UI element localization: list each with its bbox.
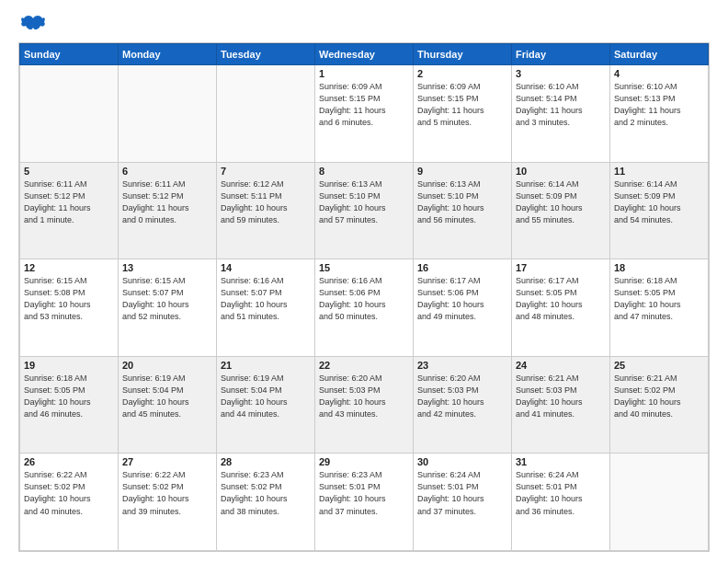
table-row: 17Sunrise: 6:17 AM Sunset: 5:05 PM Dayli… bbox=[512, 259, 610, 357]
table-row: 20Sunrise: 6:19 AM Sunset: 5:04 PM Dayli… bbox=[119, 356, 217, 454]
day-number: 28 bbox=[221, 456, 311, 467]
day-info: Sunrise: 6:14 AM Sunset: 5:09 PM Dayligh… bbox=[614, 178, 704, 226]
day-info: Sunrise: 6:18 AM Sunset: 5:05 PM Dayligh… bbox=[614, 275, 704, 323]
day-number: 17 bbox=[516, 262, 606, 273]
calendar-week-2: 5Sunrise: 6:11 AM Sunset: 5:12 PM Daylig… bbox=[20, 162, 709, 259]
day-number: 8 bbox=[319, 166, 409, 177]
day-number: 12 bbox=[24, 262, 114, 273]
calendar-body: 1Sunrise: 6:09 AM Sunset: 5:15 PM Daylig… bbox=[20, 65, 709, 551]
logo-bird-icon bbox=[20, 15, 46, 35]
day-info: Sunrise: 6:19 AM Sunset: 5:04 PM Dayligh… bbox=[122, 373, 212, 420]
col-tuesday: Tuesday bbox=[217, 44, 315, 65]
col-thursday: Thursday bbox=[414, 44, 512, 65]
table-row: 23Sunrise: 6:20 AM Sunset: 5:03 PM Dayli… bbox=[414, 356, 512, 454]
day-number: 26 bbox=[24, 456, 114, 467]
days-of-week-row: Sunday Monday Tuesday Wednesday Thursday… bbox=[20, 44, 709, 65]
day-info: Sunrise: 6:19 AM Sunset: 5:04 PM Dayligh… bbox=[221, 373, 311, 420]
table-row: 8Sunrise: 6:13 AM Sunset: 5:10 PM Daylig… bbox=[315, 162, 414, 259]
day-info: Sunrise: 6:15 AM Sunset: 5:08 PM Dayligh… bbox=[24, 275, 114, 323]
day-number: 14 bbox=[221, 262, 311, 273]
day-number: 18 bbox=[614, 262, 704, 273]
table-row: 26Sunrise: 6:22 AM Sunset: 5:02 PM Dayli… bbox=[20, 454, 119, 551]
day-info: Sunrise: 6:17 AM Sunset: 5:05 PM Dayligh… bbox=[516, 275, 606, 323]
table-row: 29Sunrise: 6:23 AM Sunset: 5:01 PM Dayli… bbox=[315, 454, 414, 551]
day-number: 11 bbox=[614, 166, 704, 177]
day-info: Sunrise: 6:10 AM Sunset: 5:13 PM Dayligh… bbox=[614, 81, 704, 129]
day-info: Sunrise: 6:22 AM Sunset: 5:02 PM Dayligh… bbox=[24, 469, 114, 517]
day-number: 30 bbox=[417, 456, 507, 467]
day-info: Sunrise: 6:15 AM Sunset: 5:07 PM Dayligh… bbox=[122, 275, 212, 323]
day-number: 20 bbox=[122, 360, 212, 371]
col-wednesday: Wednesday bbox=[315, 44, 414, 65]
day-info: Sunrise: 6:17 AM Sunset: 5:06 PM Dayligh… bbox=[417, 275, 507, 323]
day-number: 7 bbox=[221, 166, 311, 177]
table-row bbox=[20, 65, 119, 163]
table-row: 21Sunrise: 6:19 AM Sunset: 5:04 PM Dayli… bbox=[217, 356, 315, 454]
day-number: 2 bbox=[417, 68, 507, 79]
day-number: 6 bbox=[122, 166, 212, 177]
table-row: 13Sunrise: 6:15 AM Sunset: 5:07 PM Dayli… bbox=[119, 259, 217, 357]
table-row bbox=[610, 454, 709, 551]
day-number: 16 bbox=[417, 262, 507, 273]
day-info: Sunrise: 6:24 AM Sunset: 5:01 PM Dayligh… bbox=[516, 469, 606, 517]
day-number: 13 bbox=[122, 262, 212, 273]
table-row bbox=[119, 65, 217, 163]
day-info: Sunrise: 6:23 AM Sunset: 5:02 PM Dayligh… bbox=[221, 469, 311, 517]
table-row: 16Sunrise: 6:17 AM Sunset: 5:06 PM Dayli… bbox=[414, 259, 512, 357]
table-row: 3Sunrise: 6:10 AM Sunset: 5:14 PM Daylig… bbox=[512, 65, 610, 163]
table-row: 11Sunrise: 6:14 AM Sunset: 5:09 PM Dayli… bbox=[610, 162, 709, 259]
table-row: 9Sunrise: 6:13 AM Sunset: 5:10 PM Daylig… bbox=[414, 162, 512, 259]
logo bbox=[18, 15, 46, 35]
day-number: 15 bbox=[319, 262, 409, 273]
day-info: Sunrise: 6:10 AM Sunset: 5:14 PM Dayligh… bbox=[516, 81, 606, 129]
table-row: 12Sunrise: 6:15 AM Sunset: 5:08 PM Dayli… bbox=[20, 259, 119, 357]
day-info: Sunrise: 6:12 AM Sunset: 5:11 PM Dayligh… bbox=[221, 178, 311, 226]
calendar-week-5: 26Sunrise: 6:22 AM Sunset: 5:02 PM Dayli… bbox=[20, 454, 709, 551]
header bbox=[18, 15, 710, 35]
day-info: Sunrise: 6:11 AM Sunset: 5:12 PM Dayligh… bbox=[122, 178, 212, 226]
table-row bbox=[217, 65, 315, 163]
day-info: Sunrise: 6:21 AM Sunset: 5:03 PM Dayligh… bbox=[516, 373, 606, 420]
day-info: Sunrise: 6:09 AM Sunset: 5:15 PM Dayligh… bbox=[319, 81, 409, 129]
day-info: Sunrise: 6:16 AM Sunset: 5:07 PM Dayligh… bbox=[221, 275, 311, 323]
calendar-week-1: 1Sunrise: 6:09 AM Sunset: 5:15 PM Daylig… bbox=[20, 65, 709, 163]
table-row: 6Sunrise: 6:11 AM Sunset: 5:12 PM Daylig… bbox=[119, 162, 217, 259]
day-number: 19 bbox=[24, 360, 114, 371]
table-row: 19Sunrise: 6:18 AM Sunset: 5:05 PM Dayli… bbox=[20, 356, 119, 454]
day-number: 29 bbox=[319, 456, 409, 467]
table-row: 18Sunrise: 6:18 AM Sunset: 5:05 PM Dayli… bbox=[610, 259, 709, 357]
day-info: Sunrise: 6:21 AM Sunset: 5:02 PM Dayligh… bbox=[614, 373, 704, 420]
col-monday: Monday bbox=[119, 44, 217, 65]
table-row: 15Sunrise: 6:16 AM Sunset: 5:06 PM Dayli… bbox=[315, 259, 414, 357]
table-row: 1Sunrise: 6:09 AM Sunset: 5:15 PM Daylig… bbox=[315, 65, 414, 163]
day-info: Sunrise: 6:22 AM Sunset: 5:02 PM Dayligh… bbox=[122, 469, 212, 517]
col-friday: Friday bbox=[512, 44, 610, 65]
day-number: 21 bbox=[221, 360, 311, 371]
day-info: Sunrise: 6:18 AM Sunset: 5:05 PM Dayligh… bbox=[24, 373, 114, 420]
col-saturday: Saturday bbox=[610, 44, 709, 65]
table-row: 4Sunrise: 6:10 AM Sunset: 5:13 PM Daylig… bbox=[610, 65, 709, 163]
col-sunday: Sunday bbox=[20, 44, 119, 65]
day-info: Sunrise: 6:13 AM Sunset: 5:10 PM Dayligh… bbox=[319, 178, 409, 226]
page: Sunday Monday Tuesday Wednesday Thursday… bbox=[0, 0, 728, 563]
day-number: 24 bbox=[516, 360, 606, 371]
calendar: Sunday Monday Tuesday Wednesday Thursday… bbox=[18, 42, 710, 552]
day-info: Sunrise: 6:20 AM Sunset: 5:03 PM Dayligh… bbox=[417, 373, 507, 420]
day-info: Sunrise: 6:14 AM Sunset: 5:09 PM Dayligh… bbox=[516, 178, 606, 226]
day-number: 27 bbox=[122, 456, 212, 467]
table-row: 5Sunrise: 6:11 AM Sunset: 5:12 PM Daylig… bbox=[20, 162, 119, 259]
day-number: 31 bbox=[516, 456, 606, 467]
day-number: 4 bbox=[614, 68, 704, 79]
table-row: 22Sunrise: 6:20 AM Sunset: 5:03 PM Dayli… bbox=[315, 356, 414, 454]
day-info: Sunrise: 6:13 AM Sunset: 5:10 PM Dayligh… bbox=[417, 178, 507, 226]
day-number: 9 bbox=[417, 166, 507, 177]
table-row: 14Sunrise: 6:16 AM Sunset: 5:07 PM Dayli… bbox=[217, 259, 315, 357]
day-number: 23 bbox=[417, 360, 507, 371]
day-info: Sunrise: 6:20 AM Sunset: 5:03 PM Dayligh… bbox=[319, 373, 409, 420]
table-row: 31Sunrise: 6:24 AM Sunset: 5:01 PM Dayli… bbox=[512, 454, 610, 551]
table-row: 24Sunrise: 6:21 AM Sunset: 5:03 PM Dayli… bbox=[512, 356, 610, 454]
table-row: 25Sunrise: 6:21 AM Sunset: 5:02 PM Dayli… bbox=[610, 356, 709, 454]
table-row: 30Sunrise: 6:24 AM Sunset: 5:01 PM Dayli… bbox=[414, 454, 512, 551]
day-number: 5 bbox=[24, 166, 114, 177]
day-info: Sunrise: 6:11 AM Sunset: 5:12 PM Dayligh… bbox=[24, 178, 114, 226]
